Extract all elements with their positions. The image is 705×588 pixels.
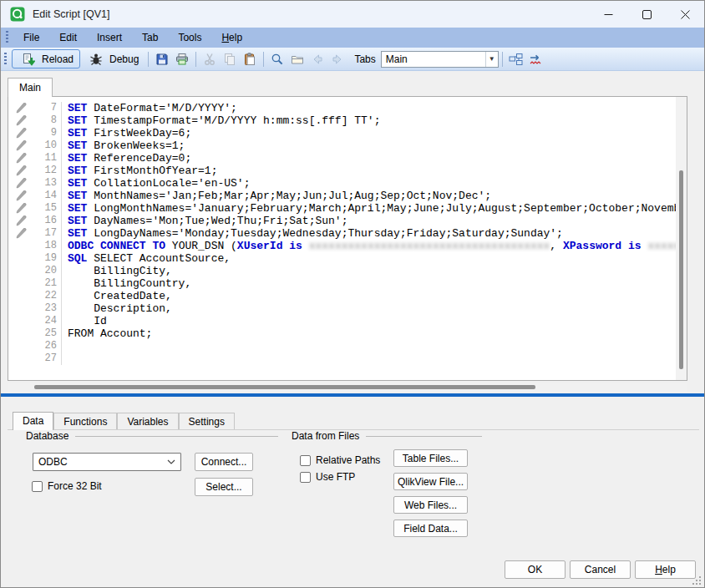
- paste-button[interactable]: [240, 50, 260, 68]
- pin-icon: [8, 227, 32, 240]
- database-select-value: ODBC: [33, 456, 162, 468]
- code-text: Id: [61, 315, 676, 327]
- line-number: 11: [32, 152, 57, 165]
- bottom-tab-functions[interactable]: Functions: [53, 413, 117, 429]
- tab-selector-dropdown[interactable]: Main ▼: [381, 51, 499, 68]
- reload-button[interactable]: Reload: [12, 49, 80, 68]
- help-button[interactable]: Help: [635, 560, 696, 579]
- vertical-scrollbar-thumb[interactable]: [679, 170, 683, 369]
- code-line: 18ODBC CONNECT TO YOUR_DSN (XUserId is x…: [8, 240, 676, 252]
- bottom-tab-settings[interactable]: Settings: [179, 413, 235, 429]
- code-text: SQL SELECT AccountSource,: [61, 252, 676, 265]
- code-text: SET LongDayNames='Monday;Tuesday;Wednesd…: [61, 227, 676, 240]
- menu-item-insert[interactable]: Insert: [87, 28, 132, 47]
- pane-splitter[interactable]: [1, 393, 704, 397]
- save-button[interactable]: [152, 50, 172, 68]
- group-rule: [75, 436, 278, 437]
- database-select[interactable]: ODBC: [33, 453, 181, 471]
- pin-icon: [8, 165, 32, 177]
- code-text: SET FirstWeekDay=6;: [61, 127, 676, 139]
- code-line: 26: [8, 340, 676, 352]
- table-files-button[interactable]: Table Files...: [393, 449, 468, 467]
- group-rule: [366, 436, 482, 437]
- line-number: 23: [32, 302, 57, 315]
- menu-item-tab[interactable]: Tab: [132, 28, 168, 47]
- cancel-button[interactable]: Cancel: [570, 560, 631, 579]
- title-bar: Edit Script [QV1]: [1, 1, 704, 28]
- maximize-button[interactable]: [627, 1, 666, 28]
- tab-selector-value: Main: [382, 53, 485, 65]
- code-text: BillingCountry,: [61, 277, 676, 290]
- line-number: 27: [32, 352, 57, 365]
- line-number: 10: [32, 139, 57, 152]
- code-text: ODBC CONNECT TO YOUR_DSN (XUserId is xxx…: [61, 240, 676, 252]
- toolbar-drag-grip[interactable]: [4, 53, 7, 66]
- debug-button[interactable]: Debug: [80, 49, 145, 68]
- code-line: 27: [8, 352, 676, 365]
- vertical-scrollbar[interactable]: [676, 97, 687, 380]
- menu-item-help[interactable]: Help: [211, 28, 252, 47]
- open-folder-button[interactable]: [287, 50, 307, 68]
- database-group-header: Database: [19, 430, 278, 442]
- relative-paths-checkbox[interactable]: Relative Paths: [300, 454, 380, 466]
- code-line: 7SET DateFormat='M/D/YYYY';: [8, 102, 676, 114]
- pin-gutter: [8, 252, 32, 265]
- qlikview-file-button[interactable]: QlikView File...: [393, 473, 468, 490]
- code-line: 25FROM Account;: [8, 327, 676, 340]
- bottom-tab-data[interactable]: Data: [13, 412, 53, 430]
- menu-item-edit[interactable]: Edit: [49, 28, 87, 47]
- cut-button[interactable]: [200, 50, 220, 68]
- menu-item-tools[interactable]: Tools: [168, 28, 211, 47]
- code-text: SET DateFormat='M/D/YYYY';: [61, 102, 676, 114]
- pin-icon: [8, 139, 32, 152]
- minimize-button[interactable]: [589, 1, 627, 28]
- table-viewer-button[interactable]: [506, 50, 526, 68]
- line-number: 16: [32, 215, 57, 227]
- horizontal-scrollbar[interactable]: [8, 383, 687, 392]
- code-text: FROM Account;: [61, 327, 676, 340]
- pin-gutter: [8, 340, 32, 352]
- code-line: 16SET DayNames='Mon;Tue;Wed;Thu;Fri;Sat;…: [8, 215, 676, 227]
- forward-button[interactable]: [327, 50, 347, 68]
- use-ftp-label: Use FTP: [316, 471, 355, 483]
- resize-grip[interactable]: [692, 575, 701, 585]
- script-tab-main[interactable]: Main: [8, 78, 53, 97]
- back-button[interactable]: [307, 50, 327, 68]
- code-line: 23 Description,: [8, 302, 676, 315]
- debug-label: Debug: [109, 53, 139, 65]
- code-line: 15SET LongMonthNames='January;February;M…: [8, 202, 676, 215]
- checkbox-box[interactable]: [32, 481, 43, 492]
- code-line: 8SET TimestampFormat='M/D/YYYY h:mm:ss[.…: [8, 114, 676, 127]
- qlikview-app-icon: [10, 7, 25, 22]
- menu-bar: FileEditInsertTabToolsHelp: [1, 28, 704, 48]
- print-button[interactable]: [172, 50, 192, 68]
- menu-drag-grip[interactable]: [6, 31, 8, 44]
- code-lines: 7SET DateFormat='M/D/YYYY';8SET Timestam…: [8, 102, 676, 377]
- field-data-button[interactable]: Field Data...: [393, 520, 468, 537]
- ok-button[interactable]: OK: [505, 560, 566, 579]
- pin-icon: [8, 177, 32, 190]
- use-ftp-checkbox[interactable]: Use FTP: [300, 471, 355, 483]
- horizontal-scrollbar-thumb[interactable]: [34, 385, 535, 389]
- menu-item-file[interactable]: File: [13, 28, 49, 47]
- line-number: 12: [32, 165, 57, 177]
- code-line: 19SQL SELECT AccountSource,: [8, 252, 676, 265]
- checkbox-box[interactable]: [300, 472, 311, 483]
- code-text: SET CollationLocale='en-US';: [61, 177, 676, 190]
- code-line: 21 BillingCountry,: [8, 277, 676, 290]
- pin-gutter: [8, 352, 32, 365]
- force-32-bit-checkbox[interactable]: Force 32 Bit: [32, 480, 102, 492]
- find-button[interactable]: [267, 50, 287, 68]
- line-number: 8: [32, 114, 57, 127]
- connect-button[interactable]: Connect...: [195, 453, 253, 471]
- syntax-check-button[interactable]: [526, 50, 546, 68]
- close-button[interactable]: [666, 1, 704, 28]
- select-button[interactable]: Select...: [195, 478, 253, 496]
- toolbar-separator: [502, 52, 503, 67]
- checkbox-box[interactable]: [300, 455, 311, 466]
- line-number: 18: [32, 240, 57, 252]
- bottom-tab-variables[interactable]: Variables: [117, 413, 178, 429]
- script-editor[interactable]: 7SET DateFormat='M/D/YYYY';8SET Timestam…: [8, 96, 687, 381]
- web-files-button[interactable]: Web Files...: [393, 496, 468, 514]
- copy-button[interactable]: [220, 50, 240, 68]
